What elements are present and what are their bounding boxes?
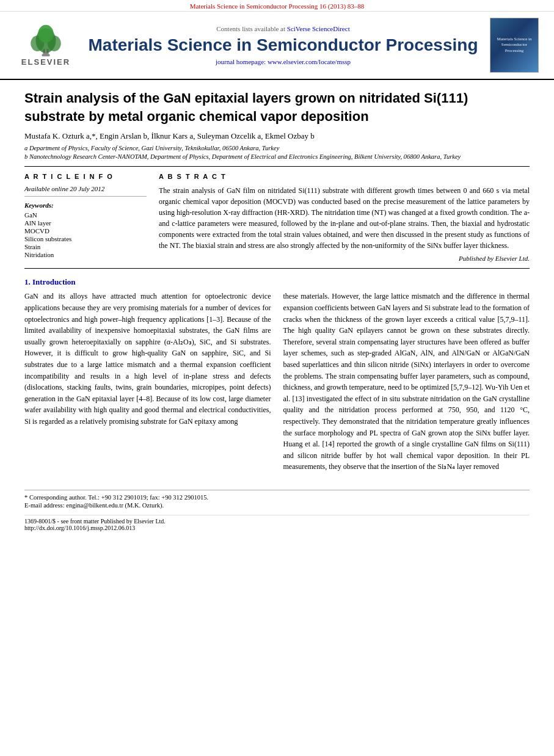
published-by: Published by Elsevier Ltd.	[159, 255, 530, 262]
footer-doi: http://dx.doi.org/10.1016/j.mssp.2012.06…	[24, 525, 530, 531]
elsevier-logo-area: ELSEVIER	[12, 24, 79, 67]
section-title: 1. Introduction	[24, 277, 530, 287]
journal-header-center: Contents lists available at SciVerse Sci…	[86, 25, 481, 65]
journal-thumb-text: Materials Science in Semiconductor Proce…	[493, 37, 536, 53]
svg-point-4	[38, 25, 54, 43]
keyword-6: Nitridation	[24, 251, 147, 258]
footnote-corresponding: * Corresponding author. Tel.: +90 312 29…	[24, 494, 530, 501]
article-info-heading: A R T I C L E I N F O	[24, 173, 147, 180]
footer-bar: 1369-8001/$ - see front matter Published…	[24, 515, 530, 531]
intro-body: GaN and its alloys have attracted much a…	[24, 291, 530, 478]
article-title: Strain analysis of the GaN epitaxial lay…	[24, 89, 530, 125]
intro-col1-p1: GaN and its alloys have attracted much a…	[24, 291, 271, 427]
journal-title: Materials Science in Semiconductor Proce…	[89, 35, 478, 56]
intro-col1: GaN and its alloys have attracted much a…	[24, 291, 271, 478]
keyword-4: Silicon substrates	[24, 235, 147, 242]
section-divider	[24, 268, 530, 269]
sciverse-line: Contents lists available at SciVerse Sci…	[216, 25, 349, 32]
sciverse-link[interactable]: SciVerse ScienceDirect	[287, 25, 350, 32]
abstract-heading: A B S T R A C T	[159, 173, 530, 180]
journal-thumbnail-area: Materials Science in Semiconductor Proce…	[487, 18, 542, 73]
homepage-url[interactable]: www.elsevier.com/locate/mssp	[268, 58, 351, 65]
journal-homepage: journal homepage: www.elsevier.com/locat…	[216, 58, 351, 65]
keyword-1: GaN	[24, 211, 147, 219]
abstract-column: A B S T R A C T The strain analysis of G…	[159, 173, 530, 262]
elsevier-logo	[24, 24, 67, 57]
header-divider	[24, 166, 530, 167]
article-info-abstract: A R T I C L E I N F O Available online 2…	[24, 173, 530, 262]
footnotes: * Corresponding author. Tel.: +90 312 29…	[24, 490, 530, 509]
elsevier-wordmark: ELSEVIER	[21, 57, 70, 67]
main-content: Strain analysis of the GaN epitaxial lay…	[0, 80, 554, 537]
affiliation-a: a Department of Physics, Faculty of Scie…	[24, 145, 530, 151]
affiliation-b: b Nanotechnology Research Center-NANOTAM…	[24, 153, 530, 160]
intro-section: 1. Introduction GaN and its alloys have …	[24, 277, 530, 478]
article-info-column: A R T I C L E I N F O Available online 2…	[24, 173, 147, 262]
keyword-2: AlN layer	[24, 219, 147, 227]
available-online: Available online 20 July 2012	[24, 185, 147, 197]
keyword-3: MOCVD	[24, 227, 147, 234]
abstract-text: The strain analysis of GaN film on nitri…	[159, 185, 530, 251]
intro-col2-p1: these materials. However, the large latt…	[283, 291, 530, 473]
journal-header: ELSEVIER Contents lists available at Sci…	[0, 12, 554, 80]
journal-citation: Materials Science in Semiconductor Proce…	[190, 2, 365, 10]
authors-line: Mustafa K. Ozturk a,*, Engin Arslan b, İ…	[24, 131, 530, 141]
footer-copyright: 1369-8001/$ - see front matter Published…	[24, 518, 530, 525]
intro-col2: these materials. However, the large latt…	[283, 291, 530, 478]
svg-rect-6	[42, 54, 50, 57]
keywords-label: Keywords:	[24, 202, 147, 209]
elsevier-tree-icon	[24, 24, 67, 57]
footnote-email: E-mail address: engina@bilkent.edu.tr (M…	[24, 502, 530, 509]
top-bar: Materials Science in Semiconductor Proce…	[0, 0, 554, 12]
keyword-5: Strain	[24, 243, 147, 250]
journal-thumbnail: Materials Science in Semiconductor Proce…	[490, 18, 539, 73]
